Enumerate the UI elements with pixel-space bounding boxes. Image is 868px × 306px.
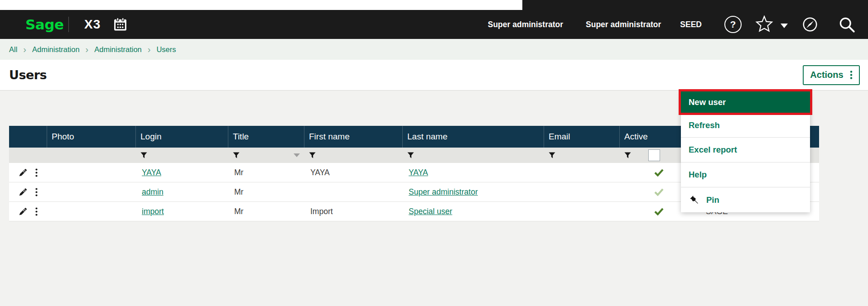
filter-cell-login	[136, 148, 228, 163]
user-role[interactable]: Super administrator	[586, 20, 661, 29]
appbar-right-cluster: Super administrator Super administrator …	[488, 10, 855, 39]
column-header-email[interactable]: Email	[544, 126, 620, 148]
cell-first-name	[304, 182, 403, 202]
kebab-icon	[850, 71, 853, 79]
top-strip	[0, 0, 868, 10]
last-name-link[interactable]: YAYA	[409, 168, 428, 177]
filter-icon[interactable]	[407, 152, 414, 158]
sage-logo[interactable]: Sage	[25, 16, 63, 33]
column-header-first-name[interactable]: First name	[304, 126, 403, 148]
star-icon[interactable]	[755, 15, 773, 33]
breadcrumb: All › Administration › Administration › …	[0, 39, 868, 60]
table-row-actions-cell	[9, 182, 47, 202]
breadcrumb-item-users[interactable]: Users	[156, 45, 176, 54]
breadcrumb-separator: ›	[86, 46, 89, 53]
actions-button[interactable]: Actions	[803, 65, 860, 85]
filter-cell-first-name	[304, 148, 403, 163]
actions-button-label: Actions	[810, 70, 843, 80]
last-name-link[interactable]: Special user	[409, 207, 452, 216]
row-menu-icon[interactable]	[35, 168, 38, 177]
appbar-divider	[68, 17, 69, 32]
column-header-photo[interactable]: Photo	[47, 126, 136, 148]
breadcrumb-separator: ›	[148, 46, 151, 53]
row-menu-icon[interactable]	[35, 188, 38, 196]
filter-cell-last-name	[403, 148, 544, 163]
login-link[interactable]: import	[142, 207, 164, 216]
help-glyph: ?	[730, 19, 736, 30]
pushpin-icon	[690, 195, 699, 205]
cell-last-name: YAYA	[403, 163, 544, 182]
menu-item-excel-report[interactable]: Excel report	[681, 137, 810, 162]
calendar-icon[interactable]	[113, 18, 127, 32]
active-check-icon	[654, 169, 664, 177]
filter-dropdown-caret-icon[interactable]	[294, 153, 300, 157]
app-bar: Sage X3 Super administrator Super admini…	[0, 10, 868, 39]
filter-cell-row-actions	[9, 148, 47, 163]
product-name[interactable]: X3	[84, 17, 101, 32]
filter-cell-photo	[47, 148, 136, 163]
column-header-title[interactable]: Title	[228, 126, 304, 148]
filter-icon[interactable]	[140, 152, 147, 158]
cell-login: import	[136, 202, 228, 221]
cell-title: Mr	[228, 163, 304, 182]
actions-menu: New user Refresh Excel report Help Pin	[681, 91, 810, 212]
active-check-icon	[654, 188, 664, 196]
breadcrumb-item-all[interactable]: All	[9, 45, 17, 54]
filter-cell-email	[544, 148, 620, 163]
cell-email	[544, 163, 620, 182]
cell-first-name: YAYA	[304, 163, 403, 182]
edit-icon[interactable]	[19, 187, 28, 196]
menu-item-label: Excel report	[689, 145, 737, 155]
select-all-checkbox[interactable]	[648, 149, 660, 161]
menu-item-label: Help	[689, 170, 707, 180]
page-header: Users Actions	[0, 60, 868, 91]
column-header-last-name[interactable]: Last name	[403, 126, 544, 148]
menu-item-pin[interactable]: Pin	[681, 187, 810, 212]
search-icon[interactable]	[839, 16, 855, 33]
top-strip-dark	[522, 0, 868, 10]
cell-login: YAYA	[136, 163, 228, 182]
menu-item-label: New user	[689, 97, 726, 107]
filter-icon[interactable]	[309, 152, 316, 158]
page-title: Users	[9, 68, 47, 82]
cell-photo	[47, 182, 136, 202]
edit-icon[interactable]	[19, 168, 28, 177]
breadcrumb-separator: ›	[23, 46, 26, 53]
app-window: Sage X3 Super administrator Super admini…	[0, 0, 868, 306]
cell-photo	[47, 202, 136, 221]
filter-icon[interactable]	[624, 152, 631, 158]
table-row-actions-cell	[9, 163, 47, 182]
cell-login: admin	[136, 182, 228, 202]
login-link[interactable]: YAYA	[142, 168, 161, 177]
filter-cell-title	[228, 148, 304, 163]
filter-icon[interactable]	[549, 152, 555, 158]
menu-item-refresh[interactable]: Refresh	[681, 113, 810, 137]
row-menu-icon[interactable]	[35, 207, 38, 216]
cell-email	[544, 182, 620, 202]
column-header-row-actions	[9, 126, 47, 148]
cell-photo	[47, 163, 136, 182]
filter-icon[interactable]	[233, 152, 240, 158]
cell-first-name: Import	[304, 202, 403, 221]
cell-last-name: Special user	[403, 202, 544, 221]
help-icon[interactable]: ?	[724, 16, 742, 33]
cell-last-name: Super administrator	[403, 182, 544, 202]
login-link[interactable]: admin	[142, 187, 164, 197]
column-header-login[interactable]: Login	[136, 126, 228, 148]
menu-item-help[interactable]: Help	[681, 162, 810, 187]
table-row-actions-cell	[9, 202, 47, 221]
last-name-link[interactable]: Super administrator	[409, 187, 478, 197]
compass-icon[interactable]	[801, 16, 819, 33]
cell-email	[544, 202, 620, 221]
endpoint-badge[interactable]: SEED	[680, 20, 702, 29]
edit-icon[interactable]	[19, 207, 28, 216]
breadcrumb-item-administration-1[interactable]: Administration	[32, 45, 80, 54]
content-area: Photo Login Title First name Last name E…	[0, 91, 868, 306]
active-check-icon	[654, 208, 664, 215]
user-name[interactable]: Super administrator	[488, 20, 563, 29]
caret-down-icon[interactable]	[781, 24, 788, 28]
menu-item-label: Pin	[706, 195, 719, 205]
breadcrumb-item-administration-2[interactable]: Administration	[94, 45, 142, 54]
menu-item-new-user[interactable]: New user	[681, 91, 810, 113]
menu-item-label: Refresh	[689, 120, 720, 130]
